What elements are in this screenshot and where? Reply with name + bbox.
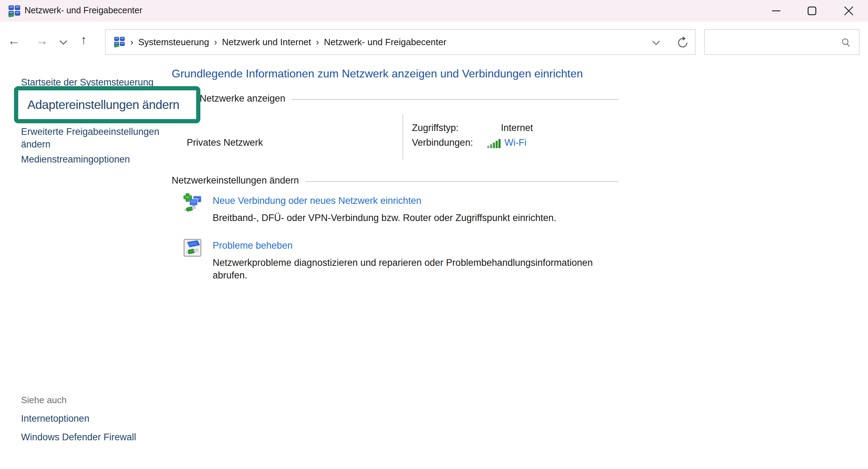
close-icon [844, 6, 854, 16]
close-button[interactable] [836, 0, 861, 22]
highlight-annotation-box: Adaptereinstellungen ändern [14, 86, 200, 123]
breadcrumb-item-netzwerk-und-freigabecenter[interactable]: Netzwerk- und Freigabecenter [324, 37, 447, 48]
back-button[interactable]: ← [8, 34, 20, 47]
title-bar: Netzwerk- und Freigabecenter [0, 0, 868, 22]
networks-section-header: Netzwerke anzeigen [200, 93, 619, 104]
search-box[interactable] [704, 29, 860, 55]
section-rule [292, 99, 619, 100]
sidebar-item-windows-defender-firewall[interactable]: Windows Defender Firewall [21, 432, 136, 443]
breadcrumb-item-netzwerk-und-internet[interactable]: Netzwerk und Internet [222, 37, 311, 48]
new-connection-description: Breitband-, DFÜ- oder VPN-Verbindung bzw… [213, 212, 556, 224]
troubleshoot-icon [184, 239, 202, 258]
up-icon: ↑ [81, 33, 87, 47]
network-name: Privates Netzwerk [187, 137, 263, 148]
search-icon [841, 37, 851, 48]
address-bar[interactable]: › Systemsteuerung › Netzwerk und Interne… [105, 29, 696, 55]
forward-icon: → [36, 33, 48, 48]
sidebar-item-internet-options[interactable]: Internetoptionen [21, 413, 89, 424]
troubleshoot-description: Netzwerkprobleme diagnostizieren und rep… [213, 256, 629, 282]
networks-section-label: Netzwerke anzeigen [200, 93, 285, 104]
address-dropdown-button[interactable] [652, 40, 661, 46]
section-rule [305, 181, 619, 182]
access-type-label: Zugriffstyp: [412, 123, 459, 133]
minimize-icon [772, 6, 781, 15]
maximize-icon [807, 6, 817, 15]
up-button[interactable]: ↑ [81, 34, 87, 46]
sidebar-item-media-streaming[interactable]: Medienstreamingoptionen [21, 154, 130, 165]
new-connection-link[interactable]: Neue Verbindung oder neues Netzwerk einr… [213, 195, 421, 206]
sidebar-item-advanced-sharing[interactable]: Erweiterte Freigabeeinstellungen ändern [21, 125, 168, 151]
column-divider [402, 115, 403, 159]
search-input[interactable] [710, 32, 837, 52]
wifi-signal-icon [487, 139, 502, 149]
settings-section-header: Netzwerkeinstellungen ändern [172, 175, 619, 186]
back-icon: ← [8, 33, 20, 48]
new-connection-icon [184, 193, 202, 213]
see-also-header: Siehe auch [21, 395, 67, 406]
network-sharing-center-icon [113, 36, 125, 48]
wifi-connection-link[interactable]: Wi-Fi [504, 137, 526, 148]
sidebar-item-change-adapter-settings[interactable]: Adaptereinstellungen ändern [18, 98, 179, 112]
network-sharing-center-icon [8, 5, 21, 18]
access-type-value: Internet [501, 123, 533, 133]
recent-locations-button[interactable] [59, 39, 68, 46]
breadcrumb-item-systemsteuerung[interactable]: Systemsteuerung [138, 37, 209, 48]
forward-button[interactable]: → [36, 34, 48, 47]
maximize-button[interactable] [800, 0, 824, 22]
network-sharing-center-window: Netzwerk- und Freigabecenter ← → ↑ [0, 0, 868, 469]
troubleshoot-link[interactable]: Probleme beheben [213, 240, 292, 251]
page-title: Grundlegende Informationen zum Netzwerk … [172, 67, 583, 80]
minimize-button[interactable] [764, 0, 788, 22]
recent-locations-chevron-icon [60, 41, 67, 44]
settings-section-label: Netzwerkeinstellungen ändern [172, 175, 299, 186]
refresh-button[interactable] [676, 36, 689, 49]
breadcrumb-separator: › [125, 37, 138, 48]
address-dropdown-chevron-icon [653, 41, 660, 44]
connections-label: Verbindungen: [412, 137, 473, 148]
breadcrumb-separator: › [209, 37, 222, 48]
breadcrumb-separator: › [311, 37, 324, 48]
window-title: Netzwerk- und Freigabecenter [25, 5, 142, 15]
